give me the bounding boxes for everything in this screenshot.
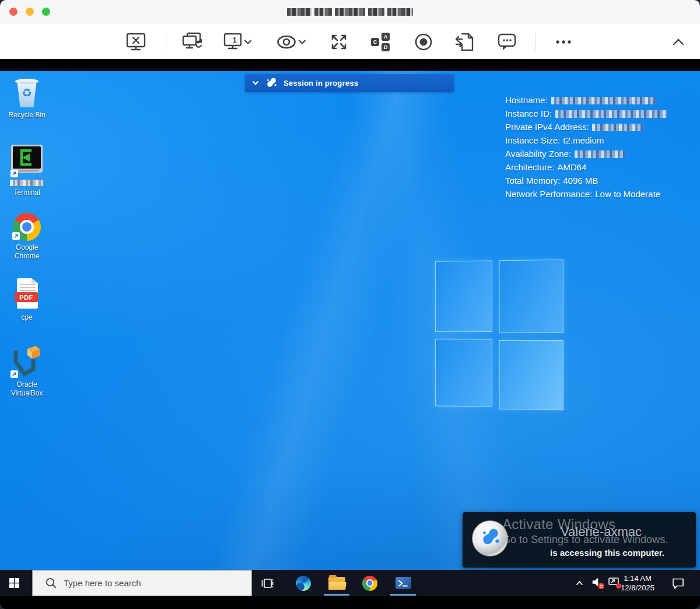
window-title-redacted (0, 8, 700, 16)
host-info-line: Network Performance:Low to Moderate (505, 187, 667, 201)
desktop-icon-cpe-pdf[interactable]: PDF cpe (4, 278, 50, 322)
session-banner[interactable]: Session in progress (245, 74, 454, 92)
chat-icon[interactable] (494, 30, 520, 54)
taskbar-search[interactable] (32, 570, 252, 596)
host-info-line: Hostname: (505, 93, 667, 107)
powershell-icon (396, 577, 411, 589)
record-session-icon[interactable] (411, 30, 436, 54)
fullscreen-icon[interactable] (326, 30, 352, 54)
titlebar (0, 0, 700, 23)
redacted-value (551, 97, 656, 104)
terminal-icon (10, 144, 43, 177)
running-indicator (390, 594, 416, 596)
toolbar-separator (536, 33, 536, 51)
view-options-icon[interactable] (273, 30, 309, 54)
chevron-down-icon (244, 39, 252, 45)
hidden-icons-chevron[interactable] (572, 570, 587, 596)
shortcut-arrow-icon (10, 370, 18, 378)
host-info-line: Private IPv4 Address: (505, 120, 667, 134)
host-info-overlay: Hostname: Instance ID: Private IPv4 Addr… (505, 93, 667, 201)
recycle-bin-icon: ♻ (13, 77, 41, 108)
chrome-icon (362, 576, 377, 591)
toolbar-separator (166, 33, 166, 51)
activate-windows-subtext: Go to Settings to activate Windows. (502, 534, 668, 546)
splashtop-icon (264, 77, 278, 90)
edge-icon (296, 576, 311, 591)
taskbar-edge-button[interactable] (292, 570, 315, 596)
shortcut-arrow-icon (12, 232, 20, 240)
search-input[interactable] (64, 578, 227, 588)
disconnect-session-icon[interactable] (123, 30, 149, 54)
action-center-button[interactable] (667, 570, 688, 596)
task-view-button[interactable] (256, 570, 279, 596)
desktop-icon-google-chrome[interactable]: Google Chrome (4, 213, 50, 261)
taskbar-file-explorer-button[interactable] (325, 570, 348, 596)
windows-logo (435, 260, 564, 411)
search-icon (46, 578, 57, 589)
more-options-icon[interactable] (551, 30, 576, 54)
redacted-value (592, 124, 643, 131)
host-info-line: Instance Size:t2.medium (505, 134, 667, 147)
redacted-value (575, 150, 625, 158)
session-toolbar: 1 C A (0, 23, 700, 59)
clock-time: 1:14 AM (624, 574, 652, 583)
cad-key-c: C (371, 38, 379, 46)
host-info-line: Architecture:AMD64 (505, 160, 667, 174)
clock-date: 12/8/2025 (621, 583, 654, 593)
chevron-down-icon (298, 39, 306, 45)
notification-body: is accessing this computer. (550, 548, 664, 558)
redacted-label (10, 180, 44, 186)
cad-key-d: D (382, 43, 390, 51)
chevron-down-icon[interactable] (252, 80, 259, 86)
redacted-value (555, 110, 667, 118)
monitor-select-icon[interactable]: 1 (219, 30, 256, 54)
ctrl-alt-del-icon[interactable]: C A D (368, 30, 394, 54)
running-indicator (324, 594, 349, 596)
desktop-icon-oracle-virtualbox[interactable]: Oracle VirtualBox (4, 344, 50, 398)
pdf-file-icon: PDF (13, 278, 40, 311)
session-banner-label: Session in progress (284, 79, 358, 88)
cad-key-a: A (382, 33, 390, 41)
file-explorer-icon (328, 577, 345, 590)
access-notification: Activate Windows Valerie-axmac Go to Set… (463, 512, 696, 568)
host-info-line: Availability Zone: (505, 147, 667, 160)
taskbar-clock[interactable]: 1:14 AM 12/8/2025 (617, 570, 658, 596)
host-info-line: Total Memory:4096 MB (505, 174, 667, 187)
taskbar-chrome-button[interactable] (358, 570, 382, 596)
remote-desktop-window: 1 C A (0, 0, 700, 609)
file-transfer-icon[interactable] (452, 30, 477, 54)
desktop-icon-recycle-bin[interactable]: ♻ Recycle Bin (4, 77, 50, 120)
windows-desktop: Session in progress Hostname: Instance I… (0, 71, 700, 596)
desktop-icon-cygwin-terminal[interactable]: Terminal (4, 144, 50, 197)
virtualbox-icon (10, 344, 43, 378)
windows-taskbar: 1:14 AM 12/8/2025 (0, 570, 700, 596)
collapse-toolbar-icon[interactable] (666, 30, 691, 54)
volume-muted-icon[interactable] (588, 570, 606, 596)
remote-screen: Session in progress Hostname: Instance I… (0, 59, 700, 609)
host-info-line: Instance ID: (505, 107, 667, 120)
start-button[interactable] (0, 570, 28, 596)
switch-display-icon[interactable] (180, 30, 205, 54)
monitor-number: 1 (230, 36, 239, 44)
shortcut-arrow-icon (10, 170, 18, 177)
taskbar-powershell-button[interactable] (391, 570, 415, 596)
